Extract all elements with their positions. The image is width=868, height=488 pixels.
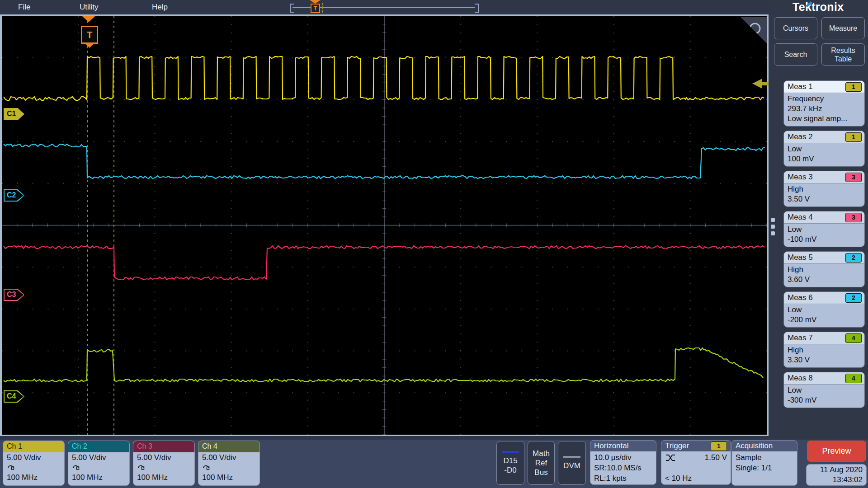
channel-label: Ch 2: [68, 441, 129, 452]
menu-item-utility[interactable]: Utility: [80, 0, 99, 14]
time-text: 13:43:02: [833, 475, 863, 485]
waveform-view: C1 C2 C3 C4 T: [0, 14, 769, 436]
channel-badge-ch1[interactable]: Ch 1 5.00 V/div 100 MHz: [3, 441, 65, 486]
ref-label: Ref: [535, 458, 547, 468]
channel-bandwidth: 100 MHz: [72, 473, 126, 483]
meas-title: Meas 2: [788, 132, 813, 141]
date-text: 11 Aug 2020: [820, 465, 863, 475]
dvm-accent-line: [563, 456, 580, 458]
edge-trigger-icon: [665, 454, 676, 461]
trigger-position-flag[interactable]: T: [311, 4, 320, 13]
meas-tile-1[interactable]: Meas 11 Frequency293.7 kHzLow signal amp…: [783, 80, 865, 127]
meas-tile-6[interactable]: Meas 62 Low-200 mV: [783, 291, 865, 328]
bracket-left-icon: [290, 4, 294, 13]
meas-tile-8[interactable]: Meas 84 Low-300 mV: [783, 372, 865, 408]
trigger-source-badge: 1: [711, 441, 727, 451]
meas-tile-7[interactable]: Meas 74 High3.30 V: [783, 332, 865, 368]
channel-tag-label: C4: [7, 392, 16, 400]
channel-scale: 5.00 V/div: [202, 453, 256, 463]
trigger-marker[interactable]: T: [81, 26, 98, 44]
meas-tile-4[interactable]: Meas 43 Low-100 mV: [783, 211, 865, 247]
trigger-panel[interactable]: Trigger 1 1.50 V < 10 Hz: [661, 440, 731, 485]
trigger-dash-tick: [322, 3, 323, 13]
meas-type: Frequency: [788, 94, 861, 104]
trigger-position-arrow-icon: [310, 0, 321, 4]
horizontal-record-length: RL:1 kpts: [594, 473, 652, 483]
panel-divider: [781, 42, 781, 440]
math-ref-bus-button[interactable]: Math Ref Bus: [528, 441, 555, 485]
acquisition-mode: Sample: [736, 452, 793, 463]
datetime-display[interactable]: 11 Aug 2020 13:43:02: [806, 464, 867, 486]
trigger-frequency: < 10 Hz: [665, 473, 727, 483]
analysis-buttons: Cursors Measure Search Results Table: [774, 17, 865, 66]
bracket-right-icon: [475, 4, 479, 13]
meas-title: Meas 3: [788, 173, 813, 182]
preview-button[interactable]: Preview: [807, 441, 866, 462]
channel-scale: 5.00 V/div: [72, 453, 126, 463]
meas-value: 100 mV: [788, 154, 861, 164]
meas-source-badge: 4: [845, 333, 862, 343]
meas-source-badge: 1: [845, 132, 862, 142]
menu-item-file[interactable]: File: [18, 0, 30, 14]
probe-icon: [202, 463, 210, 470]
tektronix-logo: Tektronix: [793, 0, 844, 14]
meas-source-badge: 3: [845, 173, 862, 182]
meas-tile-2[interactable]: Meas 21 Low100 mV: [783, 131, 865, 167]
meas-warning: Low signal amp...: [788, 114, 861, 124]
digital-accent-line: [502, 451, 519, 453]
trigger-level-arrow-tail: [762, 82, 769, 85]
meas-title: Meas 5: [788, 253, 813, 262]
dvm-button[interactable]: DVM: [558, 441, 586, 485]
bus-label: Bus: [534, 468, 547, 477]
meas-value: -300 mV: [788, 395, 861, 405]
channel-badge-ch4[interactable]: Ch 4 5.00 V/div 100 MHz: [198, 441, 260, 486]
menu-bar: File Utility Help T: [0, 0, 868, 14]
channel-scale: 5.00 V/div: [137, 453, 191, 463]
acquisition-panel[interactable]: Acquisition Sample Single: 1/1: [731, 440, 797, 486]
channel-label: Ch 4: [198, 441, 259, 452]
meas-source-badge: 2: [845, 293, 862, 303]
channel-label: Ch 1: [3, 441, 64, 452]
meas-type: Low: [788, 225, 861, 235]
channel-bandwidth: 100 MHz: [7, 473, 61, 483]
trigger-title: Trigger: [665, 441, 689, 450]
meas-tile-3[interactable]: Meas 33 High3.50 V: [783, 171, 865, 207]
acquisition-count: Single: 1/1: [736, 463, 793, 473]
meas-type: Low: [788, 305, 861, 315]
horizontal-scale: 10.0 µs/div: [594, 452, 652, 463]
dvm-label: DVM: [563, 461, 580, 470]
channel-bandwidth: 100 MHz: [137, 473, 191, 483]
channel-label: Ch 3: [133, 441, 194, 452]
horizontal-sample-rate: SR:10.0 MS/s: [594, 463, 652, 473]
results-table-button[interactable]: Results Table: [821, 43, 865, 66]
channel-tag-label: C1: [7, 110, 16, 118]
trigger-level-arrow[interactable]: [752, 79, 769, 89]
meas-value: -100 mV: [788, 235, 861, 244]
meas-tile-5[interactable]: Meas 52 High3.60 V: [783, 251, 865, 287]
meas-value: 3.60 V: [788, 275, 861, 285]
meas-value: 3.50 V: [788, 194, 861, 204]
channel-badge-ch3[interactable]: Ch 3 5.00 V/div 100 MHz: [133, 441, 195, 486]
probe-icon: [7, 463, 14, 470]
channel-badge-ch2[interactable]: Ch 2 5.00 V/div 100 MHz: [68, 441, 130, 486]
meas-title: Meas 4: [788, 213, 813, 222]
channel-tag-label: C2: [7, 191, 16, 199]
horizontal-title: Horizontal: [594, 441, 629, 450]
math-label: Math: [533, 449, 550, 458]
meas-source-badge: 3: [845, 213, 862, 222]
menu-item-help[interactable]: Help: [152, 0, 168, 14]
measure-button[interactable]: Measure: [821, 17, 865, 39]
meas-title: Meas 7: [788, 333, 813, 343]
meas-type: High: [788, 265, 861, 275]
digital-channels-button[interactable]: D15 -D0: [496, 441, 524, 485]
measurement-results: Meas 11 Frequency293.7 kHzLow signal amp…: [783, 80, 865, 408]
meas-value: 3.30 V: [788, 355, 861, 365]
meas-source-badge: 1: [845, 82, 862, 92]
meas-value: 293.7 kHz: [788, 104, 861, 114]
probe-icon: [137, 463, 145, 470]
panel-drag-handle[interactable]: [769, 218, 776, 239]
cursors-button[interactable]: Cursors: [774, 17, 817, 39]
horizontal-panel[interactable]: Horizontal 10.0 µs/div SR:10.0 MS/s RL:1…: [590, 440, 656, 485]
channel-scale: 5.00 V/div: [7, 453, 61, 463]
waveform-svg: [2, 16, 767, 435]
